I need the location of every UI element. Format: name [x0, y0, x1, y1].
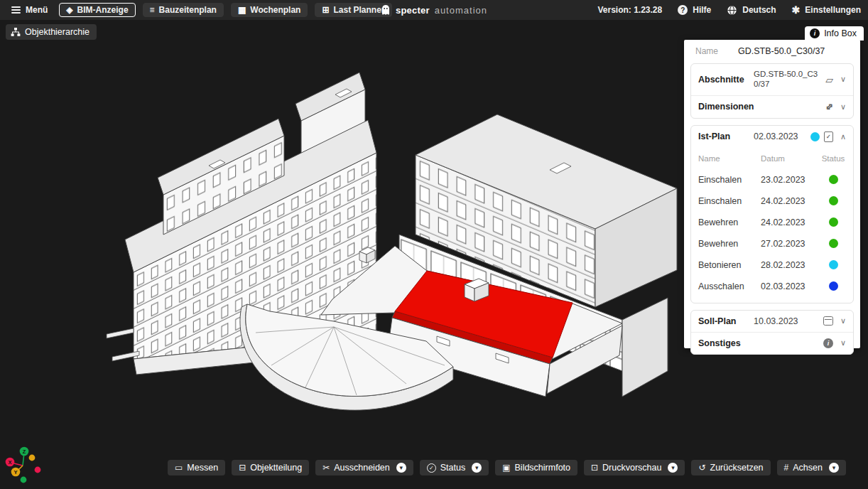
chevron-up-icon[interactable]: ∧: [840, 133, 846, 141]
tab-bim-anzeige[interactable]: ◈ BIM-Anzeige: [59, 3, 135, 17]
bim-viewport[interactable]: Objekthierarchie i Info Box Name GD.STB-…: [0, 20, 868, 489]
soll-plan-row[interactable]: Soll-Plan 10.03.2023 ∨: [691, 311, 853, 332]
calendar-icon: [823, 316, 833, 326]
screenshot-button[interactable]: ▣ Bildschirmfoto: [495, 460, 577, 475]
chevron-down-icon: ▾: [399, 464, 403, 471]
language-button[interactable]: Deutsch: [727, 5, 776, 16]
grid-icon: ⊞: [322, 6, 329, 14]
info-icon: i: [810, 28, 820, 38]
status-dot: [829, 239, 838, 248]
table-row: Ausschalen 02.03.2023: [698, 276, 846, 297]
hierarchy-icon: [11, 27, 21, 37]
status-button[interactable]: ✓ Status ▾: [420, 460, 489, 475]
name-label: Name: [695, 46, 718, 56]
object-hierarchy-button[interactable]: Objekthierarchie: [6, 24, 97, 40]
chevron-down-icon: ▾: [671, 464, 675, 471]
bim-view-icon: ◈: [66, 6, 72, 14]
gear-icon: ✱: [792, 5, 801, 15]
ist-plan-card: Ist-Plan 02.03.2023 ✓ ∧ Name Datum Statu…: [690, 125, 854, 303]
map-icon: ▱: [825, 74, 833, 85]
version-label: Version: 1.23.28: [597, 5, 662, 15]
document-check-icon: ✓: [824, 131, 833, 142]
object-split-button[interactable]: ⊟ Objektteilung: [232, 460, 309, 475]
measure-button[interactable]: ▭ Messen: [168, 460, 225, 475]
chevron-down-icon: ▾: [832, 464, 836, 471]
screenshot-icon: ▣: [502, 463, 510, 472]
abschnitte-value: GD.STB-50.0_C30/37: [754, 70, 821, 90]
balcony-ledge: [107, 328, 134, 338]
status-dot: [829, 196, 838, 205]
brand-bold: specter: [396, 5, 430, 16]
menu-button[interactable]: Menü: [7, 3, 52, 17]
dimensionen-row[interactable]: Dimensionen ⇕ ∨: [691, 95, 853, 118]
info-icon: i: [823, 338, 833, 348]
dimensions-icon: ⇕: [823, 100, 835, 113]
brand-logo: specter automation: [381, 4, 487, 16]
axes-grid-icon: #: [784, 463, 789, 472]
axis-x-neg-handle[interactable]: [35, 467, 41, 473]
printer-icon: ⊡: [591, 463, 598, 472]
abschnitte-row[interactable]: Abschnitte GD.STB-50.0_C30/37 ▱ ∨: [691, 64, 853, 95]
ruler-icon: ▭: [175, 463, 183, 472]
info-box-panel: Name GD.STB-50.0_C30/37 Abschnitte GD.ST…: [684, 40, 860, 348]
status-dot: [829, 175, 838, 184]
reset-button[interactable]: ↺ Zurücksetzen: [691, 460, 770, 475]
schedule-icon: ≡: [150, 6, 155, 14]
ist-plan-header[interactable]: Ist-Plan 02.03.2023 ✓ ∧: [691, 126, 853, 148]
sections-card: Abschnitte GD.STB-50.0_C30/37 ▱ ∨ Dimens…: [690, 63, 854, 119]
reset-icon: ↺: [698, 463, 705, 472]
podium-side: [622, 298, 668, 397]
chevron-down-icon[interactable]: ∨: [840, 103, 846, 111]
sonstiges-row[interactable]: Sonstiges i ∨: [691, 332, 853, 354]
print-dropdown[interactable]: ▾: [668, 463, 678, 473]
table-row: Betonieren 28.02.2023: [698, 254, 846, 276]
help-button[interactable]: ? Hilfe: [678, 5, 711, 15]
axis-gizmo[interactable]: Z X Y: [1, 443, 47, 488]
status-check-icon: ✓: [427, 463, 436, 473]
settings-button[interactable]: ✱ Einstellungen: [792, 5, 861, 15]
top-bar: Menü ◈ BIM-Anzeige ≡ Bauzeitenplan ▦ Woc…: [0, 0, 868, 20]
table-row: Bewehren 24.02.2023: [698, 212, 846, 233]
ghost-icon: [381, 4, 391, 16]
brand-light: automation: [435, 5, 487, 16]
table-row: Einschalen 24.02.2023: [698, 190, 846, 212]
chevron-down-icon[interactable]: ∨: [840, 75, 846, 83]
axis-y-neg-handle[interactable]: [29, 455, 36, 461]
status-dropdown[interactable]: ▾: [472, 463, 482, 473]
cut-dropdown[interactable]: ▾: [396, 463, 406, 473]
info-box-button[interactable]: i Info Box: [805, 26, 864, 41]
menu-label: Menü: [26, 5, 48, 15]
soll-plan-date: 10.03.2023: [754, 316, 819, 326]
scissors-icon: ✂: [322, 463, 330, 472]
tab-bauzeitenplan[interactable]: ≡ Bauzeitenplan: [143, 3, 224, 17]
table-row: Einschalen 23.02.2023: [698, 169, 846, 190]
svg-text:Y: Y: [13, 469, 17, 475]
axes-button[interactable]: # Achsen ▾: [777, 460, 846, 475]
table-header: Name Datum Status: [698, 148, 846, 169]
status-dot: [829, 281, 838, 291]
globe-icon: [727, 5, 737, 16]
table-row: Bewehren 27.02.2023: [698, 233, 846, 254]
status-dot: [829, 217, 838, 227]
chevron-down-icon: ▾: [475, 464, 479, 471]
svg-text:X: X: [8, 459, 11, 466]
chevron-down-icon[interactable]: ∨: [840, 339, 846, 347]
svg-text:Z: Z: [23, 448, 26, 455]
axis-z-neg-handle[interactable]: [21, 477, 27, 483]
tab-wochenplan[interactable]: ▦ Wochenplan: [231, 3, 308, 17]
axes-dropdown[interactable]: ▾: [829, 463, 839, 473]
print-preview-button[interactable]: ⊡ Druckvorschau ▾: [584, 460, 685, 475]
help-icon: ?: [678, 5, 688, 15]
ist-plan-status-dot: [810, 132, 820, 141]
object-name: GD.STB-50.0_C30/37: [738, 46, 825, 56]
building-model[interactable]: [107, 72, 677, 410]
status-dot: [829, 260, 838, 269]
ist-plan-table: Name Datum Status Einschalen 23.02.2023 …: [691, 148, 853, 303]
cut-button[interactable]: ✂ Ausschneiden ▾: [315, 460, 413, 475]
chevron-down-icon[interactable]: ∨: [840, 317, 846, 325]
object-split-icon: ⊟: [239, 463, 246, 472]
ist-plan-date: 02.03.2023: [754, 131, 806, 141]
viewer-toolbar: ▭ Messen ⊟ Objektteilung ✂ Ausschneiden …: [168, 460, 846, 475]
soll-plan-card: Soll-Plan 10.03.2023 ∨ Sonstiges i ∨: [690, 310, 854, 355]
weekplan-icon: ▦: [238, 6, 246, 14]
